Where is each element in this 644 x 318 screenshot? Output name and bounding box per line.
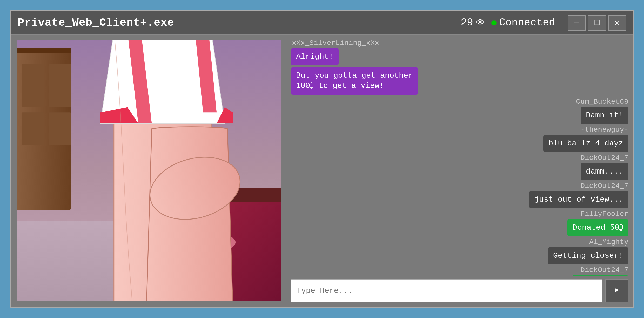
chat-group-3: Cum_Bucket69 Damn it! [291,98,628,124]
svg-rect-5 [49,64,71,107]
title-right-section: 29 👁 Connected — □ ✕ [461,15,626,31]
chat-bubble-9: Donated 5₿ [572,275,628,276]
chat-bubble-3: Damn it! [581,107,628,124]
connection-status: Connected [491,17,555,29]
window-controls: — □ ✕ [568,15,626,31]
chat-bubble-8: Getting closer! [548,247,628,264]
chat-bubble-5: damm.... [581,163,628,180]
chat-group-7: FillyFooler Donated 50₿ [291,210,628,236]
chat-input[interactable] [291,279,602,302]
svg-rect-4 [22,64,44,107]
chat-input-area: ➤ [291,279,628,302]
chat-group-4: -thenewguy- blu ballz 4 dayz [291,126,628,152]
video-content [17,40,281,301]
send-icon: ➤ [614,285,620,296]
chat-group-5: DickOut24_7 damm.... [291,154,628,180]
chat-username-4: -thenewguy- [579,126,628,134]
chat-username-8: Al_Mighty [588,238,628,246]
svg-rect-3 [17,48,71,53]
minimize-button[interactable]: — [568,15,586,31]
chat-username-7: FillyFooler [579,210,628,218]
chat-bubble-1: Alright! [291,48,339,65]
chat-group-9: DickOut24_7 Donated 5₿ [291,266,628,276]
svg-rect-6 [22,112,44,145]
chat-panel: xXx_SilverLining_xXx Alright! But you go… [287,35,633,307]
video-panel [17,40,281,301]
send-button[interactable]: ➤ [605,279,628,302]
maximize-button[interactable]: □ [588,15,606,31]
close-button[interactable]: ✕ [608,15,626,31]
chat-bubble-7: Donated 50₿ [567,219,628,236]
connection-label: Connected [499,17,555,29]
chat-username-6: DickOut24_7 [579,182,628,190]
chat-bubble-6: just out of view... [529,191,628,208]
svg-rect-7 [49,112,71,145]
chat-bubble-2: But you gotta get another100₿ to get a v… [291,67,418,95]
chat-username-1: xXx_SilverLining_xXx [291,39,379,47]
chat-username-5: DickOut24_7 [579,154,628,162]
content-area: xXx_SilverLining_xXx Alright! But you go… [11,35,633,307]
viewer-count: 29 👁 [461,17,485,29]
eye-icon: 👁 [476,17,485,29]
chat-group-2: But you gotta get another100₿ to get a v… [291,67,628,95]
chat-group-1: xXx_SilverLining_xXx Alright! [291,39,628,65]
status-dot [491,20,497,25]
chat-group-6: DickOut24_7 just out of view... [291,182,628,208]
titlebar: Private_Web_Client+.exe 29 👁 Connected —… [11,11,633,35]
viewer-number: 29 [461,17,473,29]
chat-username-9: DickOut24_7 [579,266,628,274]
chat-messages: xXx_SilverLining_xXx Alright! But you go… [291,37,628,276]
window-title: Private_Web_Client+.exe [18,17,461,29]
main-window: Private_Web_Client+.exe 29 👁 Connected —… [10,10,634,308]
chat-bubble-4: blu ballz 4 dayz [543,135,628,152]
anime-artwork [17,40,281,301]
chat-username-3: Cum_Bucket69 [575,98,628,106]
chat-group-8: Al_Mighty Getting closer! [291,238,628,264]
